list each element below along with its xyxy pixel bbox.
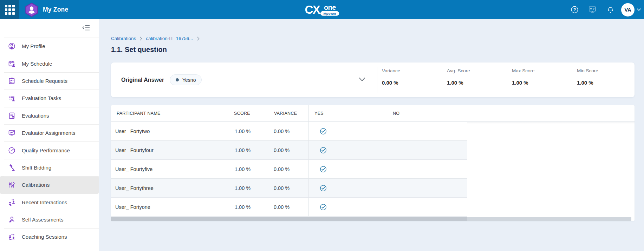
collapse-panel-button[interactable]: [358, 75, 366, 84]
stat-value: 1.00 %: [512, 80, 577, 86]
sidebar-item-label: My Profile: [22, 43, 45, 49]
stat-value: 1.00 %: [577, 80, 642, 86]
schedule-requests-icon: [7, 77, 16, 85]
column-header-yes: YES: [314, 111, 324, 116]
variance-cell: 0.00 %: [274, 204, 290, 210]
sidebar-item-schedule-requests[interactable]: Schedule Requests: [0, 72, 99, 90]
participant-name-cell: User_ Fourtyfive: [115, 166, 152, 172]
sidebar-item-label: Schedule Requests: [22, 78, 67, 84]
stat-max-score: Max Score 1.00 %: [512, 62, 577, 97]
sidebar-item-label: Evaluations: [22, 113, 49, 119]
stat-label: Max Score: [512, 68, 577, 74]
user-avatar[interactable]: VA: [621, 3, 635, 16]
myzone-logo: [25, 2, 39, 19]
user-menu-button[interactable]: [637, 8, 641, 11]
participant-name-cell: User_ Fortyone: [115, 204, 150, 210]
table-header: PARTICIPANT NAME SCORE VARIANCE YES NO: [111, 105, 635, 122]
sidebar-item-shift-bidding[interactable]: Shift Bidding: [0, 159, 99, 176]
chevron-down-icon: [637, 8, 641, 11]
notifications-button[interactable]: [606, 6, 614, 14]
app-root: My Zone CX one Mpower ?: [0, 0, 644, 251]
my-schedule-icon: [7, 59, 16, 68]
variance-cell: 0.00 %: [274, 128, 290, 134]
stat-avg-score: Avg. Score 1.00 %: [447, 62, 512, 97]
evaluator-assignments-icon: [7, 129, 16, 137]
help-icon: ?: [571, 6, 579, 14]
scrollbar-thumb[interactable]: [111, 217, 467, 221]
topbar-actions: ? VA: [561, 0, 641, 19]
yes-cell: [320, 147, 327, 154]
sidebar-item-my-schedule[interactable]: My Schedule: [0, 55, 99, 72]
yes-cell: [320, 128, 327, 135]
column-header-no: NO: [393, 111, 399, 116]
variance-cell: 0.00 %: [274, 166, 290, 172]
recent-interactions-icon: [7, 198, 16, 206]
stat-min-score: Min Score 1.00 %: [577, 62, 642, 97]
page-title: 1.1. Set question: [111, 46, 167, 54]
coaching-sessions-icon: [7, 233, 16, 241]
sidebar-item-evaluation-tasks[interactable]: Evaluation Tasks: [0, 90, 99, 107]
sidebar-item-label: My Schedule: [22, 61, 52, 67]
sidebar-item-label: Calibrations: [22, 182, 50, 188]
table-row[interactable]: User_ Fortyone 1.00 % 0.00 %: [111, 198, 467, 217]
check-circle-icon: [320, 204, 327, 211]
sidebar-item-label: Shift Bidding: [22, 165, 51, 171]
breadcrumb-link-calibrations[interactable]: Calibrations: [111, 36, 136, 41]
check-circle-icon: [320, 185, 327, 192]
app-launcher-button[interactable]: [0, 0, 19, 19]
sidebar-item-recent-interactions[interactable]: Recent Interactions: [0, 194, 99, 211]
yes-cell: [320, 185, 327, 192]
check-circle-icon: [320, 166, 327, 173]
sidebar-item-coaching-sessions[interactable]: Coaching Sessions: [0, 228, 99, 245]
participant-name-cell: User_ Fortytwo: [115, 128, 150, 134]
participants-table: PARTICIPANT NAME SCORE VARIANCE YES NO U…: [111, 105, 635, 221]
sidebar-header: [0, 19, 99, 38]
sidebar-item-evaluations[interactable]: Evaluations: [0, 107, 99, 124]
sidebar-collapse-button[interactable]: [82, 24, 90, 32]
table-row[interactable]: User_ Fortytwo 1.00 % 0.00 %: [111, 122, 467, 141]
sidebar: My Profile My Schedule Schedule Requests…: [0, 19, 99, 251]
variance-cell: 0.00 %: [274, 147, 290, 153]
stat-label: Avg. Score: [447, 68, 512, 74]
table-row[interactable]: User_ Fortythree 1.00 % 0.00 %: [111, 179, 467, 198]
breadcrumb-link-calibration-session[interactable]: calibration-IT_16756...: [146, 36, 193, 41]
variance-cell: 0.00 %: [274, 185, 290, 191]
check-circle-icon: [320, 147, 327, 154]
sidebar-item-label: Evaluation Tasks: [22, 95, 61, 101]
yes-cell: [320, 204, 327, 211]
header-divider: [230, 110, 230, 117]
svg-text:?: ?: [573, 7, 576, 12]
score-cell: 1.00 %: [235, 166, 251, 172]
answer-chip-dot-icon: [176, 78, 179, 81]
yes-cell: [320, 166, 327, 173]
help-button[interactable]: ?: [570, 6, 579, 14]
evaluation-tasks-icon: [7, 94, 16, 103]
chevron-right-icon: [197, 37, 200, 41]
cxone-logo-cx: CX: [305, 4, 320, 15]
myzone-hexagon-icon: [25, 2, 39, 17]
sidebar-item-label: Evaluator Assignments: [22, 130, 76, 136]
answer-chip[interactable]: Yesno: [170, 74, 202, 85]
sidebar-item-self-assessments[interactable]: Self Assessments: [0, 211, 99, 228]
stat-value: 0.00 %: [382, 80, 447, 86]
stat-value: 1.00 %: [447, 80, 512, 86]
horizontal-scrollbar[interactable]: [111, 217, 635, 221]
stat-variance: Variance 0.00 %: [382, 62, 447, 97]
table-row[interactable]: User_ Fourtyfive 1.00 % 0.00 %: [111, 160, 467, 179]
sidebar-item-label: Recent Interactions: [22, 199, 67, 205]
app-title: My Zone: [43, 0, 68, 19]
sidebar-item-evaluator-assignments[interactable]: Evaluator Assignments: [0, 124, 99, 141]
score-stats: Variance 0.00 % Avg. Score 1.00 % Max Sc…: [382, 62, 642, 97]
sidebar-item-my-profile[interactable]: My Profile: [0, 38, 99, 55]
table-row[interactable]: User_ Fourtyfour 1.00 % 0.00 %: [111, 141, 467, 160]
chevron-right-icon: [139, 37, 142, 41]
sidebar-items: My Profile My Schedule Schedule Requests…: [0, 38, 99, 246]
sidebar-item-calibrations[interactable]: Calibrations: [0, 176, 99, 193]
column-border: [308, 105, 309, 217]
quality-performance-icon: [7, 146, 16, 154]
sidebar-item-quality-performance[interactable]: Quality Performance: [0, 141, 99, 159]
screen-share-button[interactable]: [588, 6, 597, 14]
table-body: User_ Fortytwo 1.00 % 0.00 % User_ Fourt…: [111, 122, 635, 217]
participant-name-cell: User_ Fortythree: [115, 185, 154, 191]
header-divider: [271, 110, 271, 117]
